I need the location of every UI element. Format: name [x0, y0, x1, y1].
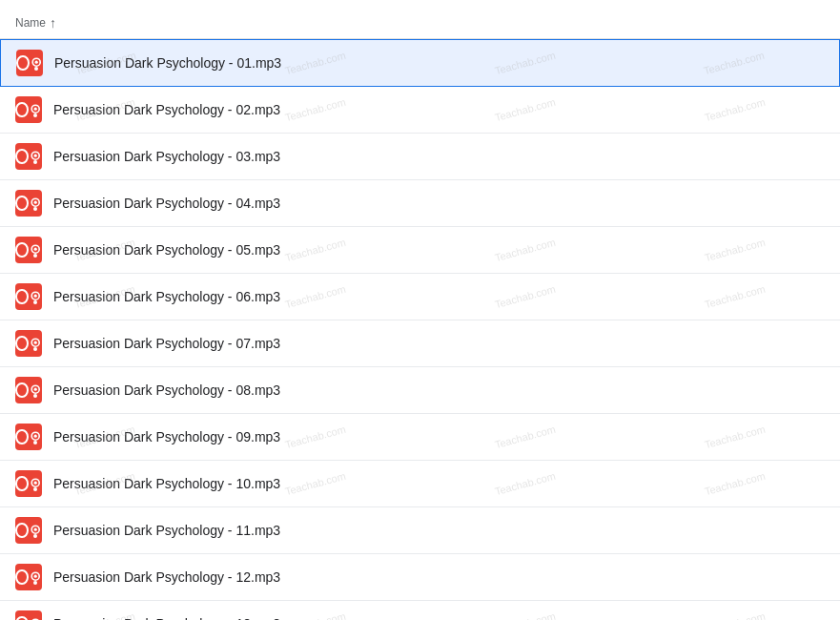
file-name-label: Persuasion Dark Psychology - 07.mp3 — [53, 336, 825, 351]
mp3-file-icon — [15, 517, 42, 544]
table-row[interactable]: Persuasion Dark Psychology - 02.mp3Teach… — [0, 87, 840, 134]
name-column-header[interactable]: Name ↑ — [15, 15, 56, 31]
file-name-label: Persuasion Dark Psychology - 08.mp3 — [53, 382, 825, 398]
mp3-file-icon — [15, 96, 42, 123]
table-row[interactable]: Persuasion Dark Psychology - 03.mp3 — [0, 134, 840, 180]
table-row[interactable]: Persuasion Dark Psychology - 12.mp3 — [0, 554, 840, 601]
table-row[interactable]: Persuasion Dark Psychology - 09.mp3Teach… — [0, 414, 840, 461]
svg-point-17 — [33, 435, 36, 438]
file-rows: Persuasion Dark Psychology - 01.mp3Teach… — [0, 39, 840, 620]
table-row[interactable]: Persuasion Dark Psychology - 04.mp3 — [0, 180, 840, 227]
sort-arrow-icon: ↑ — [50, 15, 56, 31]
svg-point-13 — [33, 341, 36, 344]
table-row[interactable]: Persuasion Dark Psychology - 01.mp3Teach… — [0, 39, 840, 87]
name-column-label: Name — [15, 16, 46, 30]
mp3-file-icon — [15, 610, 42, 620]
svg-point-3 — [33, 108, 36, 111]
svg-point-23 — [33, 575, 36, 578]
mp3-file-icon — [15, 190, 42, 217]
svg-point-7 — [33, 201, 36, 204]
mp3-file-icon — [15, 330, 42, 357]
mp3-file-icon — [15, 470, 42, 497]
svg-point-15 — [33, 388, 36, 391]
svg-point-19 — [33, 482, 36, 485]
table-row[interactable]: Persuasion Dark Psychology - 08.mp3 — [0, 367, 840, 414]
table-row[interactable]: Persuasion Dark Psychology - 10.mp3Teach… — [0, 461, 840, 507]
file-list-container: Name ↑ Persuasion Dark Psychology - 01.m… — [0, 0, 840, 620]
table-row[interactable]: Persuasion Dark Psychology - 06.mp3Teach… — [0, 274, 840, 320]
file-name-label: Persuasion Dark Psychology - 03.mp3 — [53, 149, 825, 164]
table-row[interactable]: Persuasion Dark Psychology - 07.mp3 — [0, 320, 840, 367]
svg-point-5 — [33, 155, 36, 157]
table-header: Name ↑ — [0, 8, 840, 39]
svg-point-9 — [33, 248, 36, 251]
file-name-label: Persuasion Dark Psychology - 12.mp3 — [53, 569, 825, 585]
mp3-file-icon — [15, 283, 42, 310]
file-name-label: Persuasion Dark Psychology - 13.mp3 — [53, 616, 825, 620]
table-row[interactable]: Persuasion Dark Psychology - 11.mp3 — [0, 507, 840, 554]
file-name-label: Persuasion Dark Psychology - 11.mp3 — [53, 523, 825, 538]
file-name-label: Persuasion Dark Psychology - 02.mp3 — [53, 102, 825, 117]
mp3-file-icon — [15, 424, 42, 450]
file-name-label: Persuasion Dark Psychology - 01.mp3 — [54, 55, 824, 71]
svg-point-11 — [33, 295, 36, 298]
table-row[interactable]: Persuasion Dark Psychology - 13.mp3Teach… — [0, 601, 840, 620]
mp3-file-icon — [15, 377, 42, 403]
file-name-label: Persuasion Dark Psychology - 10.mp3 — [53, 476, 825, 491]
mp3-file-icon — [16, 50, 43, 76]
table-row[interactable]: Persuasion Dark Psychology - 05.mp3Teach… — [0, 227, 840, 274]
mp3-file-icon — [15, 143, 42, 170]
svg-point-21 — [33, 528, 36, 531]
file-name-label: Persuasion Dark Psychology - 04.mp3 — [53, 196, 825, 211]
mp3-file-icon — [15, 564, 42, 590]
file-name-label: Persuasion Dark Psychology - 05.mp3 — [53, 242, 825, 258]
mp3-file-icon — [15, 237, 42, 263]
file-name-label: Persuasion Dark Psychology - 09.mp3 — [53, 429, 825, 444]
file-name-label: Persuasion Dark Psychology - 06.mp3 — [53, 289, 825, 304]
svg-point-1 — [34, 61, 37, 64]
